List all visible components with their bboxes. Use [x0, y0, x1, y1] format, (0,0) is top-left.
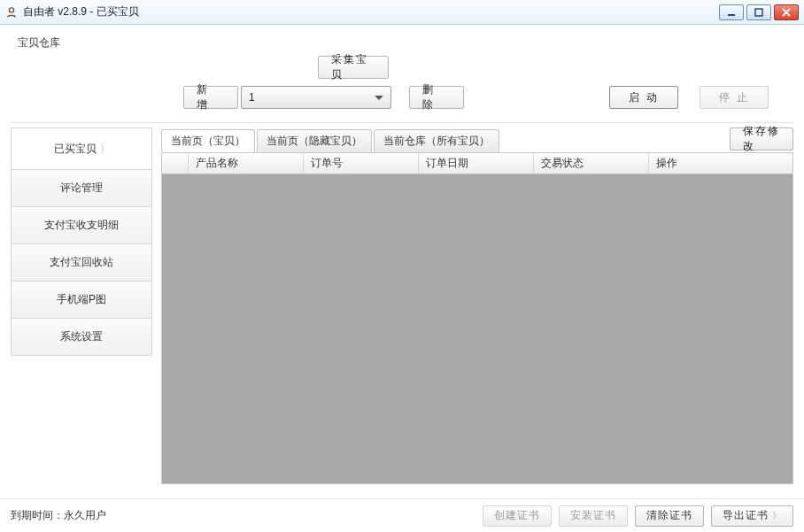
collect-button[interactable]: 采集宝贝 — [318, 56, 389, 79]
export-cert-button[interactable]: 导出证书〉 — [711, 505, 793, 527]
sidebar-item-label: 系统设置 — [60, 329, 103, 344]
warehouse-dropdown[interactable]: 1 — [241, 86, 391, 109]
close-button[interactable] — [774, 4, 799, 20]
col-status[interactable]: 交易状态 — [534, 153, 649, 173]
grid-header: 产品名称 订单号 订单日期 交易状态 操作 — [162, 153, 792, 174]
app-icon — [5, 6, 18, 19]
window-title: 自由者 v2.8.9 - 已买宝贝 — [23, 4, 719, 19]
data-grid[interactable]: 产品名称 订单号 订单日期 交易状态 操作 — [161, 152, 793, 484]
sidebar: 已买宝贝〉 评论管理 支付宝收支明细 支付宝回收站 手机端P图 系统设置 — [11, 127, 152, 484]
delete-button[interactable]: 删 除 — [409, 86, 464, 109]
sidebar-item-purchased[interactable]: 已买宝贝〉 — [11, 127, 152, 170]
stop-button: 停 止 — [700, 86, 769, 109]
warehouse-label: 宝贝仓库 — [18, 35, 793, 50]
sidebar-item-mobile-p[interactable]: 手机端P图 — [11, 281, 152, 319]
col-action[interactable]: 操作 — [649, 153, 792, 173]
install-cert-button: 安装证书 — [559, 505, 628, 527]
minimize-button[interactable] — [719, 4, 744, 20]
maximize-button[interactable] — [746, 4, 771, 20]
statusbar: 到期时间：永久用户 创建证书 安装证书 清除证书 导出证书〉 — [0, 498, 804, 532]
tab-current-page[interactable]: 当前页（宝贝） — [161, 129, 255, 152]
main-panel: 当前页（宝贝） 当前页（隐藏宝贝） 当前仓库（所有宝贝） 保存修改 产品名称 订… — [161, 127, 793, 484]
sidebar-item-label: 手机端P图 — [57, 292, 106, 307]
titlebar: 自由者 v2.8.9 - 已买宝贝 — [0, 0, 804, 25]
clear-cert-button[interactable]: 清除证书 — [635, 505, 704, 527]
toolbar: 采集宝贝 新 增 1 删 除 启 动 停 止 — [11, 56, 793, 118]
sidebar-item-label: 已买宝贝 — [54, 142, 97, 157]
export-cert-label: 导出证书 — [723, 508, 769, 523]
create-cert-button: 创建证书 — [483, 505, 552, 527]
tabs: 当前页（宝贝） 当前页（隐藏宝贝） 当前仓库（所有宝贝） — [161, 127, 793, 152]
col-blank — [162, 153, 189, 173]
chevron-right-icon: 〉 — [100, 143, 110, 156]
new-button[interactable]: 新 增 — [183, 86, 238, 109]
sidebar-item-alipay-detail[interactable]: 支付宝收支明细 — [11, 207, 152, 244]
svg-point-0 — [9, 7, 13, 12]
divider — [11, 122, 793, 123]
expire-label: 到期时间：永久用户 — [11, 508, 475, 523]
sidebar-item-comments[interactable]: 评论管理 — [11, 170, 152, 207]
chevron-right-icon: 〉 — [772, 510, 782, 522]
sidebar-item-label: 支付宝回收站 — [50, 255, 113, 270]
tab-hidden[interactable]: 当前页（隐藏宝贝） — [257, 129, 372, 152]
dropdown-value: 1 — [249, 91, 255, 104]
col-order-date[interactable]: 订单日期 — [419, 153, 534, 173]
col-product-name[interactable]: 产品名称 — [189, 153, 304, 173]
sidebar-item-label: 评论管理 — [60, 181, 103, 196]
sidebar-item-label: 支付宝收支明细 — [44, 218, 119, 233]
save-button[interactable]: 保存修改 — [730, 127, 793, 150]
svg-rect-2 — [755, 9, 762, 16]
start-button[interactable]: 启 动 — [609, 86, 678, 109]
sidebar-item-settings[interactable]: 系统设置 — [11, 319, 152, 356]
col-order-no[interactable]: 订单号 — [304, 153, 419, 173]
sidebar-item-alipay-recycle[interactable]: 支付宝回收站 — [11, 244, 152, 281]
tab-all[interactable]: 当前仓库（所有宝贝） — [374, 129, 499, 152]
